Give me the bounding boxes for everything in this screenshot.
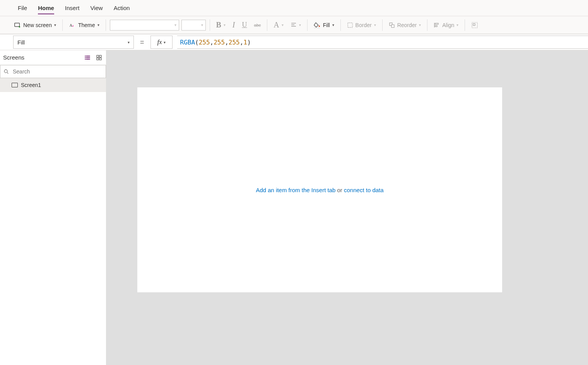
strikethrough-icon: abc bbox=[254, 23, 261, 27]
svg-rect-11 bbox=[473, 24, 475, 26]
fx-icon: fx bbox=[157, 38, 162, 46]
underline-button[interactable]: U bbox=[240, 19, 250, 31]
svg-rect-7 bbox=[391, 25, 394, 27]
chevron-down-icon: ▾ bbox=[419, 23, 421, 27]
formula-token-num: 255 bbox=[229, 39, 240, 46]
canvas-area: Add an item from the Insert tab or conne… bbox=[106, 50, 588, 365]
border-icon bbox=[347, 22, 353, 28]
svg-rect-9 bbox=[435, 26, 437, 27]
new-screen-icon bbox=[14, 22, 21, 29]
svg-rect-13 bbox=[99, 55, 101, 57]
fx-button[interactable]: fx ▾ bbox=[150, 36, 173, 49]
tree-panel: Screens Scre bbox=[0, 50, 106, 365]
svg-rect-14 bbox=[97, 58, 99, 60]
menu-home[interactable]: Home bbox=[32, 0, 60, 16]
italic-icon: I bbox=[232, 20, 235, 29]
separator bbox=[106, 19, 106, 31]
equals-symbol: = bbox=[138, 38, 146, 46]
chevron-down-icon: ▾ bbox=[54, 23, 56, 27]
search-input[interactable] bbox=[12, 68, 103, 75]
property-select-value: Fill bbox=[17, 39, 25, 46]
svg-point-16 bbox=[4, 70, 7, 73]
bold-icon: B bbox=[216, 20, 221, 29]
theme-button[interactable]: A a Theme ▾ bbox=[67, 19, 102, 31]
tree-item-screen1[interactable]: Screen1 bbox=[0, 78, 106, 92]
svg-rect-0 bbox=[15, 23, 20, 26]
fill-label: Fill bbox=[323, 22, 330, 28]
chevron-down-icon: ▾ bbox=[174, 23, 176, 27]
chevron-down-icon: ▾ bbox=[128, 40, 130, 44]
fill-button[interactable]: Fill ▾ bbox=[311, 19, 337, 31]
svg-rect-15 bbox=[99, 58, 101, 60]
formula-token-comma: , bbox=[240, 39, 244, 46]
text-align-button[interactable]: ▾ bbox=[288, 19, 303, 31]
chevron-down-icon: ▾ bbox=[374, 23, 376, 27]
menu-action[interactable]: Action bbox=[108, 0, 135, 16]
separator bbox=[267, 19, 267, 31]
chevron-down-icon: ▾ bbox=[332, 23, 334, 27]
chevron-down-icon: ▾ bbox=[97, 23, 99, 27]
font-size-select[interactable]: ▾ bbox=[181, 20, 206, 31]
connect-data-link[interactable]: connect to data bbox=[344, 187, 384, 193]
list-view-icon[interactable] bbox=[84, 55, 91, 61]
reorder-button[interactable]: Reorder ▾ bbox=[386, 19, 424, 31]
insert-tab-link[interactable]: Add an item from the Insert tab bbox=[256, 187, 335, 193]
align-label: Align bbox=[442, 22, 454, 28]
tree-item-label: Screen1 bbox=[21, 82, 41, 88]
formula-token-num: 255 bbox=[214, 39, 225, 46]
separator bbox=[210, 19, 210, 31]
group-button[interactable] bbox=[469, 19, 480, 31]
formula-token-fn: RGBA bbox=[180, 39, 195, 46]
grid-view-icon[interactable] bbox=[96, 55, 102, 61]
separator bbox=[465, 19, 465, 31]
menu-view[interactable]: View bbox=[85, 0, 108, 16]
formula-token-comma: , bbox=[225, 39, 229, 46]
border-button[interactable]: Border ▾ bbox=[345, 19, 378, 31]
tree-panel-header: Screens bbox=[0, 50, 106, 65]
menu-insert[interactable]: Insert bbox=[60, 0, 85, 16]
theme-icon: A a bbox=[69, 22, 76, 29]
ribbon: New screen ▾ A a Theme ▾ ▾ ▾ B ▾ I U abc… bbox=[0, 16, 588, 34]
reorder-icon bbox=[389, 22, 395, 28]
align-button[interactable]: Align ▾ bbox=[431, 19, 461, 31]
tree-panel-title: Screens bbox=[3, 54, 24, 61]
search-box[interactable] bbox=[0, 65, 106, 78]
formula-token-paren: ) bbox=[247, 39, 251, 46]
strikethrough-button[interactable]: abc bbox=[252, 19, 263, 31]
new-screen-label: New screen bbox=[23, 22, 52, 28]
chevron-down-icon: ▾ bbox=[224, 23, 226, 27]
italic-button[interactable]: I bbox=[230, 19, 238, 31]
body: Screens Scre bbox=[0, 50, 588, 365]
chevron-down-icon: ▾ bbox=[456, 23, 458, 27]
svg-rect-12 bbox=[97, 55, 99, 57]
chevron-down-icon: ▾ bbox=[299, 23, 301, 27]
underline-icon: U bbox=[242, 21, 247, 29]
separator bbox=[427, 19, 427, 31]
font-color-icon: A bbox=[273, 20, 279, 29]
canvas[interactable]: Add an item from the Insert tab or conne… bbox=[137, 87, 502, 292]
paint-bucket-icon bbox=[314, 22, 321, 29]
property-select[interactable]: Fill ▾ bbox=[13, 36, 134, 49]
canvas-or-text: or bbox=[335, 187, 344, 193]
menu-bar: File Home Insert View Action bbox=[0, 0, 588, 16]
text-align-icon bbox=[291, 22, 297, 28]
chevron-down-icon: ▾ bbox=[282, 23, 284, 27]
svg-point-3 bbox=[318, 25, 320, 27]
separator bbox=[307, 19, 308, 31]
separator bbox=[62, 19, 63, 31]
font-family-select[interactable]: ▾ bbox=[110, 20, 179, 31]
formula-token-num: 1 bbox=[243, 39, 247, 46]
separator bbox=[382, 19, 383, 31]
font-color-button[interactable]: A ▾ bbox=[271, 19, 285, 31]
formula-token-paren: ( bbox=[195, 39, 199, 46]
svg-text:a: a bbox=[72, 24, 74, 27]
menu-file[interactable]: File bbox=[12, 0, 32, 16]
separator bbox=[340, 19, 341, 31]
chevron-down-icon: ▾ bbox=[164, 40, 166, 44]
tree: Screen1 bbox=[0, 78, 106, 365]
bold-button[interactable]: B ▾ bbox=[214, 19, 228, 31]
formula-input[interactable]: RGBA(255, 255, 255, 1) bbox=[177, 36, 588, 49]
search-icon bbox=[3, 69, 9, 74]
group-icon bbox=[471, 22, 478, 29]
new-screen-button[interactable]: New screen ▾ bbox=[12, 19, 58, 31]
